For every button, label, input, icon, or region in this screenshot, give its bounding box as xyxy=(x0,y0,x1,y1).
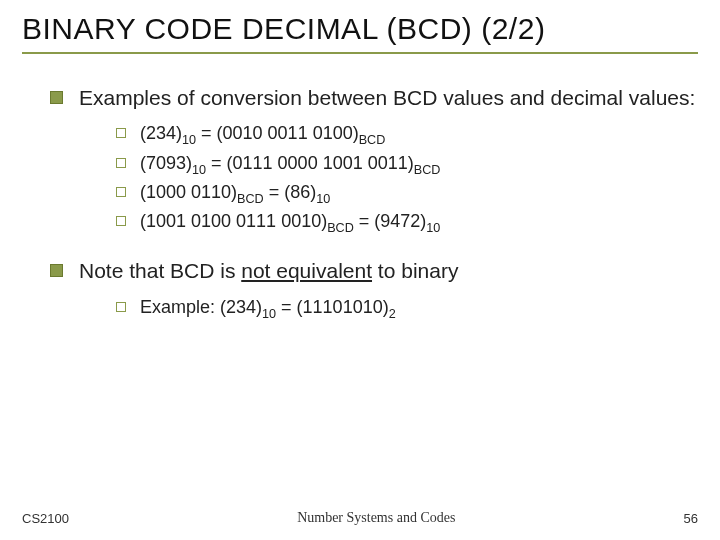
note-pre: Note that BCD is xyxy=(79,259,241,282)
example-text: (1000 0110)BCD = (86)10 xyxy=(140,180,330,204)
hollow-square-icon xyxy=(116,187,126,197)
footer-left: CS2100 xyxy=(22,511,69,526)
hollow-square-icon xyxy=(116,302,126,312)
hollow-square-icon xyxy=(116,216,126,226)
lhs-sub: BCD xyxy=(327,221,354,235)
examples-list: (234)10 = (0010 0011 0100)BCD (7093)10 =… xyxy=(116,121,698,233)
lhs-sub: 10 xyxy=(192,162,206,176)
lhs: (1001 0100 0111 0010) xyxy=(140,211,327,231)
lhs: (7093) xyxy=(140,153,192,173)
note-list: Example: (234)10 = (11101010)2 xyxy=(116,295,698,319)
lhs: Example: (234) xyxy=(140,297,262,317)
footer: CS2100 Number Systems and Codes 56 xyxy=(0,510,720,526)
note-underline: not equivalent xyxy=(241,259,372,282)
square-bullet-icon xyxy=(50,91,63,104)
rhs: = (0111 0000 1001 0011) xyxy=(206,153,414,173)
list-item: Example: (234)10 = (11101010)2 xyxy=(116,295,698,319)
lhs-sub: 10 xyxy=(262,306,276,320)
rhs-sub: 10 xyxy=(426,221,440,235)
slide: BINARY CODE DECIMAL (BCD) (2/2) Examples… xyxy=(0,0,720,540)
bullet-note: Note that BCD is not equivalent to binar… xyxy=(50,257,698,284)
hollow-square-icon xyxy=(116,158,126,168)
lhs-sub: BCD xyxy=(237,191,264,205)
example-text: (1001 0100 0111 0010)BCD = (9472)10 xyxy=(140,209,440,233)
rhs-sub: 10 xyxy=(316,191,330,205)
list-item: (7093)10 = (0111 0000 1001 0011)BCD xyxy=(116,151,698,175)
example-text: (7093)10 = (0111 0000 1001 0011)BCD xyxy=(140,151,440,175)
rhs: = (86) xyxy=(264,182,317,202)
list-item: (1000 0110)BCD = (86)10 xyxy=(116,180,698,204)
rhs: = (9472) xyxy=(354,211,427,231)
rhs: = (0010 0011 0100) xyxy=(196,123,359,143)
rhs-sub: 2 xyxy=(389,306,396,320)
footer-right: 56 xyxy=(684,511,698,526)
note-post: to binary xyxy=(372,259,458,282)
lhs: (234) xyxy=(140,123,182,143)
list-item: (1001 0100 0111 0010)BCD = (9472)10 xyxy=(116,209,698,233)
bullet-examples-text: Examples of conversion between BCD value… xyxy=(79,84,695,111)
bullet-examples: Examples of conversion between BCD value… xyxy=(50,84,698,111)
square-bullet-icon xyxy=(50,264,63,277)
rhs-sub: BCD xyxy=(359,133,386,147)
footer-center: Number Systems and Codes xyxy=(297,510,455,526)
slide-title: BINARY CODE DECIMAL (BCD) (2/2) xyxy=(22,12,698,54)
rhs-sub: BCD xyxy=(414,162,441,176)
hollow-square-icon xyxy=(116,128,126,138)
bullet-note-text: Note that BCD is not equivalent to binar… xyxy=(79,257,458,284)
example-text: (234)10 = (0010 0011 0100)BCD xyxy=(140,121,385,145)
lhs-sub: 10 xyxy=(182,133,196,147)
rhs: = (11101010) xyxy=(276,297,389,317)
lhs: (1000 0110) xyxy=(140,182,237,202)
list-item: (234)10 = (0010 0011 0100)BCD xyxy=(116,121,698,145)
note-example-text: Example: (234)10 = (11101010)2 xyxy=(140,295,396,319)
